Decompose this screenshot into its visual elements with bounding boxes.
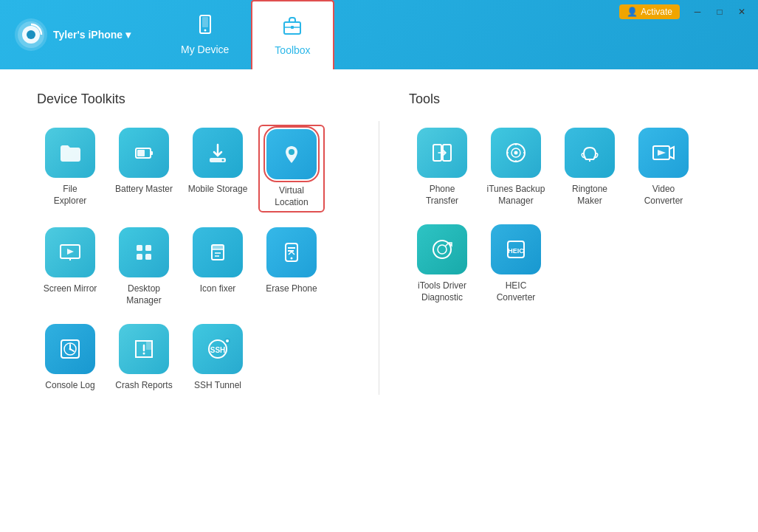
tools-title: Tools	[409, 91, 721, 107]
itools-driver-label: iTools DriverDiagnostic	[418, 280, 466, 303]
tab-toolbox[interactable]: Toolbox	[251, 0, 334, 69]
svg-marker-16	[67, 249, 74, 255]
icon-fixer-label: Icon fixer	[200, 283, 236, 295]
svg-text:HEIC: HEIC	[508, 247, 524, 255]
video-converter-label: VideoConverter	[644, 184, 683, 207]
device-name-area: Tyler's iPhone ▾	[53, 29, 131, 41]
crash-reports-label: Crash Reports	[115, 380, 172, 392]
toolbox-label: Toolbox	[275, 44, 310, 56]
device-name[interactable]: Tyler's iPhone ▾	[53, 29, 131, 41]
erase-phone-icon	[266, 227, 317, 277]
tool-erase-phone[interactable]: Erase Phone	[258, 224, 325, 309]
section-divider	[379, 121, 379, 395]
tool-mobile-storage[interactable]: Mobile Storage	[185, 125, 251, 213]
svg-point-37	[143, 353, 145, 355]
ringtone-maker-icon	[565, 128, 615, 178]
virtual-location-label: Virtual Location	[263, 185, 320, 208]
crash-reports-icon	[119, 324, 169, 374]
svg-rect-11	[151, 151, 153, 155]
svg-rect-22	[145, 254, 151, 260]
toolbox-icon	[282, 15, 303, 40]
tools-section: Tools Phone Transfer	[409, 91, 721, 395]
ssh-tunnel-label: SSH Tunnel	[194, 380, 241, 392]
tool-phone-transfer[interactable]: Phone Transfer	[409, 125, 475, 210]
titlebar: 👤 Activate ─ □ ✕	[613, 0, 758, 24]
heic-converter-label: HEIC Converter	[486, 280, 546, 303]
svg-rect-19	[137, 245, 142, 251]
svg-point-29	[291, 258, 293, 260]
video-converter-icon	[638, 128, 689, 178]
device-toolkits-section: Device Toolkits FileExplorer	[37, 91, 349, 395]
phone-transfer-label: Phone Transfer	[412, 184, 472, 207]
tool-file-explorer[interactable]: FileExplorer	[37, 125, 103, 213]
svg-point-6	[204, 30, 206, 32]
minimize-button[interactable]: ─	[687, 4, 708, 19]
tool-icon-fixer[interactable]: Icon fixer	[185, 224, 251, 309]
main-content: Device Toolkits FileExplorer	[0, 69, 758, 532]
erase-phone-label: Erase Phone	[266, 283, 317, 295]
tools-grid: Phone Transfer iTunes BackupManager	[409, 125, 721, 306]
tab-my-device[interactable]: My Device	[159, 0, 251, 69]
itunes-backup-icon	[491, 128, 541, 178]
desktop-manager-label: DesktopManager	[126, 283, 161, 306]
screen-mirror-label: Screen Mirror	[44, 283, 97, 295]
svg-point-46	[514, 151, 518, 155]
svg-rect-27	[211, 245, 224, 249]
desktop-manager-icon	[119, 227, 169, 277]
ssh-tunnel-icon: SSH	[193, 324, 243, 374]
activate-icon: 👤	[627, 7, 638, 17]
icon-fixer-icon	[193, 227, 243, 277]
tool-heic-converter[interactable]: HEIC HEIC Converter	[483, 221, 549, 306]
svg-rect-9	[291, 26, 294, 29]
battery-master-icon	[119, 128, 169, 178]
dropdown-icon: ▾	[125, 29, 131, 41]
activate-label: Activate	[641, 7, 672, 17]
svg-point-3	[27, 30, 35, 39]
tool-video-converter[interactable]: VideoConverter	[630, 125, 697, 210]
device-toolkits-grid: FileExplorer Battery Master	[37, 125, 349, 395]
close-button[interactable]: ✕	[731, 4, 752, 19]
svg-point-13	[222, 159, 224, 162]
svg-text:SSH: SSH	[210, 346, 226, 354]
svg-point-14	[289, 149, 294, 155]
device-toolkits-title: Device Toolkits	[37, 91, 349, 107]
tool-virtual-location[interactable]: Virtual Location	[258, 125, 325, 213]
tool-itunes-backup[interactable]: iTunes BackupManager	[483, 125, 549, 210]
mobile-storage-label: Mobile Storage	[188, 184, 248, 196]
tool-ssh-tunnel[interactable]: SSH SSH Tunnel	[185, 321, 251, 395]
activate-button[interactable]: 👤 Activate	[619, 4, 680, 19]
itunes-backup-label: iTunes BackupManager	[487, 184, 545, 207]
svg-rect-12	[137, 150, 145, 156]
screen-mirror-icon	[45, 227, 95, 277]
svg-point-41	[226, 339, 229, 342]
device-name-text: Tyler's iPhone	[53, 29, 123, 41]
tool-battery-master[interactable]: Battery Master	[111, 125, 177, 213]
heic-converter-icon: HEIC	[491, 224, 541, 274]
phone-transfer-icon	[417, 128, 467, 178]
my-device-icon	[195, 14, 216, 39]
file-explorer-icon	[45, 128, 95, 178]
maximize-button[interactable]: □	[709, 4, 730, 19]
tool-crash-reports[interactable]: Crash Reports	[111, 321, 177, 395]
my-device-label: My Device	[181, 44, 229, 55]
virtual-location-icon	[266, 129, 317, 179]
tool-console-log[interactable]: Console Log	[37, 321, 103, 395]
nav-tabs: My Device Toolbox	[159, 0, 334, 69]
svg-rect-5	[202, 17, 208, 27]
mobile-storage-icon	[193, 128, 243, 178]
logo-area: Tyler's iPhone ▾	[0, 18, 159, 51]
tool-ringtone-maker[interactable]: Ringtone Maker	[557, 125, 623, 210]
tool-screen-mirror[interactable]: Screen Mirror	[37, 224, 103, 309]
tool-desktop-manager[interactable]: DesktopManager	[111, 224, 177, 309]
console-log-icon	[45, 324, 95, 374]
app-logo	[15, 18, 47, 51]
itools-driver-icon	[417, 224, 467, 274]
console-log-label: Console Log	[45, 380, 94, 392]
tool-itools-driver[interactable]: iTools DriverDiagnostic	[409, 221, 475, 306]
sections: Device Toolkits FileExplorer	[37, 91, 721, 395]
svg-point-36	[69, 348, 72, 350]
ringtone-maker-label: Ringtone Maker	[559, 184, 620, 207]
svg-rect-21	[137, 254, 142, 260]
battery-master-label: Battery Master	[115, 184, 173, 196]
svg-rect-20	[145, 245, 151, 251]
